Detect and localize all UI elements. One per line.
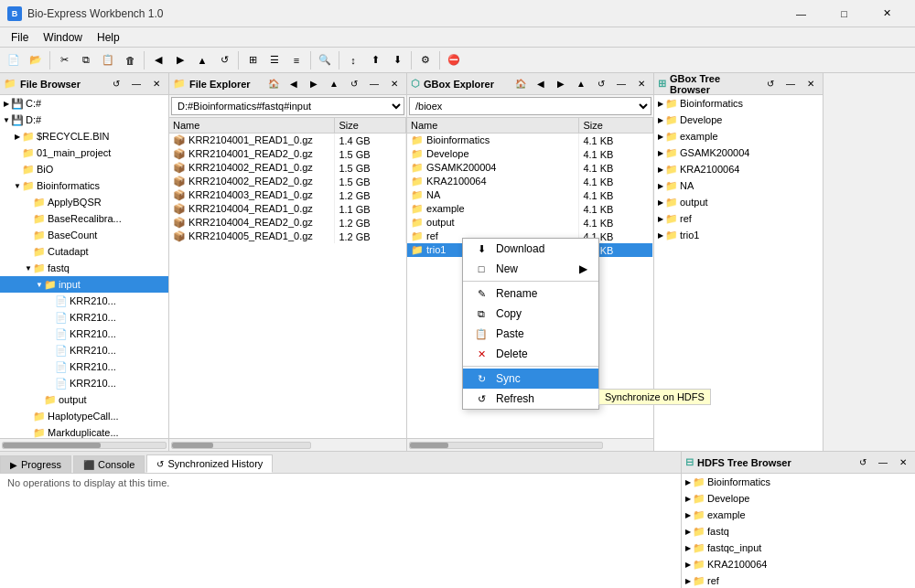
file-row[interactable]: 📦 KRR2104005_READ1_0.gz1.2 GB [169, 230, 406, 243]
hdfs-tree-item[interactable]: ▶📁Bioinformatics [682, 474, 915, 490]
tb-up[interactable]: ▲ [192, 50, 212, 70]
ctx-sync[interactable]: ↻ Sync [463, 369, 598, 389]
ctx-copy[interactable]: ⧉ Copy [463, 304, 598, 324]
tree-item-ApplyBQSR[interactable]: 📁ApplyBQSR [0, 194, 168, 210]
ge-address-select[interactable]: /bioex [409, 97, 651, 115]
gbox-tree-item[interactable]: ▶📁trio1 [654, 227, 823, 243]
tb-back[interactable]: ◀ [148, 50, 168, 70]
ge-forward[interactable]: ▶ [553, 76, 569, 92]
file-row[interactable]: 📦 KRR2104002_READ1_0.gz1.5 GB [169, 161, 406, 175]
gbox-row[interactable]: 📁 example4.1 KB [407, 202, 653, 216]
tb-paste[interactable]: 📋 [98, 50, 118, 70]
fe-col-size[interactable]: Size [335, 118, 406, 134]
fe-col-name[interactable]: Name [169, 118, 335, 134]
tb-upload[interactable]: ⬆ [365, 50, 385, 70]
ctx-refresh[interactable]: ↺ Refresh Synchronize on HDFS [463, 389, 598, 409]
file-browser-minimize[interactable]: — [128, 76, 145, 92]
tb-settings[interactable]: ⚙ [415, 50, 436, 70]
gbox-tree-item[interactable]: ▶📁NA [654, 177, 823, 194]
tree-item-output[interactable]: 📁output [0, 391, 168, 408]
maximize-button[interactable]: □ [824, 0, 865, 27]
tb-grid[interactable]: ⊞ [242, 50, 263, 70]
gt-minimize[interactable]: — [782, 76, 799, 92]
fe-refresh[interactable]: ↺ [346, 76, 362, 92]
gbox-row[interactable]: 📁 KRA21000644.1 KB [407, 175, 653, 188]
ht-refresh[interactable]: ↺ [855, 454, 871, 471]
ge-hscroll[interactable] [407, 438, 653, 451]
ge-close[interactable]: ✕ [633, 76, 650, 92]
tree-item-BaseCount[interactable]: 📁BaseCount [0, 227, 168, 243]
hdfs-tree-item[interactable]: ▶📁KRA2100064 [682, 556, 915, 572]
tree-item-KRR3[interactable]: 📄KRR210... [0, 326, 168, 342]
tab-console[interactable]: ⬛ Console [73, 455, 145, 473]
fe-close[interactable]: ✕ [386, 76, 403, 92]
close-button[interactable]: ✕ [867, 0, 908, 27]
file-row[interactable]: 📦 KRR2104002_READ2_0.gz1.5 GB [169, 175, 406, 188]
fe-home[interactable]: 🏠 [265, 76, 282, 92]
fe-address-select[interactable]: D:#Bioinformatics#fastq#input [171, 97, 404, 115]
fe-back[interactable]: ◀ [285, 76, 302, 92]
gbox-row[interactable]: 📁 Develope4.1 KB [407, 147, 653, 161]
ge-refresh[interactable]: ↺ [593, 76, 609, 92]
hdfs-tree-item[interactable]: ▶📁ref [682, 572, 915, 588]
file-row[interactable]: 📦 KRR2104004_READ1_0.gz1.1 GB [169, 202, 406, 216]
tree-item-KRR6[interactable]: 📄KRR210... [0, 375, 168, 391]
tb-refresh[interactable]: ↺ [214, 50, 234, 70]
tree-item-KRR1[interactable]: 📄KRR210... [0, 293, 168, 309]
gt-refresh[interactable]: ↺ [762, 76, 779, 92]
tree-item-BIO[interactable]: 📁BiO [0, 161, 168, 177]
minimize-button[interactable]: — [780, 0, 822, 27]
tb-sync[interactable]: ↕ [343, 50, 363, 70]
menu-help[interactable]: Help [90, 29, 127, 46]
ge-up[interactable]: ▲ [573, 76, 589, 92]
hdfs-tree-item[interactable]: ▶📁example [682, 507, 915, 523]
ctx-new[interactable]: □ New ▶ [463, 259, 598, 279]
fe-hscroll[interactable] [169, 438, 406, 451]
ge-back[interactable]: ◀ [533, 76, 549, 92]
tree-item-fastq[interactable]: ▼📁fastq [0, 260, 168, 276]
file-row[interactable]: 📦 KRR2104001_READ2_0.gz1.5 GB [169, 147, 406, 161]
tree-item-KRR2[interactable]: 📄KRR210... [0, 309, 168, 326]
file-browser-refresh[interactable]: ↺ [108, 76, 124, 92]
ge-col-size[interactable]: Size [579, 118, 653, 134]
gbox-row[interactable]: 📁 output4.1 KB [407, 216, 653, 230]
ht-minimize[interactable]: — [875, 454, 891, 471]
gbox-tree-item[interactable]: ▶📁GSAMK200004 [654, 144, 823, 161]
tab-sync-history[interactable]: ↺ Synchronized History [146, 454, 273, 473]
ctx-paste[interactable]: 📋 Paste [463, 324, 598, 344]
tree-item-RECYCLE[interactable]: ▶📁$RECYCLE.BIN [0, 128, 168, 144]
gt-close[interactable]: ✕ [802, 76, 819, 92]
ctx-rename[interactable]: ✎ Rename [463, 283, 598, 304]
ctx-download[interactable]: ⬇ Download [463, 239, 598, 259]
gbox-row[interactable]: 📁 GSAMK2000044.1 KB [407, 161, 653, 175]
tb-download[interactable]: ⬇ [387, 50, 407, 70]
tree-item-Bioinformatics[interactable]: ▼📁Bioinformatics [0, 177, 168, 194]
tree-item-D[interactable]: ▼💾D:# [0, 112, 168, 128]
tab-progress[interactable]: ▶ Progress [0, 455, 71, 473]
file-browser-close[interactable]: ✕ [148, 76, 165, 92]
tree-item-KRR5[interactable]: 📄KRR210... [0, 358, 168, 375]
tree-item-01main[interactable]: 📁01_main_project [0, 144, 168, 161]
ge-col-name[interactable]: Name [407, 118, 579, 134]
tb-new[interactable]: 📄 [4, 50, 24, 70]
menu-window[interactable]: Window [36, 29, 90, 46]
fe-minimize[interactable]: — [366, 76, 382, 92]
fe-up[interactable]: ▲ [326, 76, 342, 92]
gbox-tree-item[interactable]: ▶📁KRA2100064 [654, 161, 823, 177]
tb-stop[interactable]: ⛔ [444, 50, 464, 70]
tb-search[interactable]: 🔍 [315, 50, 335, 70]
gbox-row[interactable]: 📁 Bioinformatics4.1 KB [407, 134, 653, 148]
menu-file[interactable]: File [4, 29, 36, 46]
gbox-tree-item[interactable]: ▶📁Bioinformatics [654, 95, 823, 112]
hdfs-tree-item[interactable]: ▶📁fastqc_input [682, 540, 915, 556]
tb-delete[interactable]: 🗑 [120, 50, 140, 70]
tree-item-HaplotypeCalle[interactable]: 📁HaplotypeCall... [0, 408, 168, 424]
tb-cut[interactable]: ✂ [54, 50, 74, 70]
tree-item-Markduplicate[interactable]: 📁Markduplicate... [0, 424, 168, 438]
hdfs-tree-item[interactable]: ▶📁fastq [682, 523, 915, 540]
tb-forward[interactable]: ▶ [170, 50, 190, 70]
tb-list[interactable]: ☰ [264, 50, 285, 70]
tb-open[interactable]: 📂 [26, 50, 46, 70]
gbox-tree-item[interactable]: ▶📁Develope [654, 112, 823, 128]
gbox-tree-item[interactable]: ▶📁output [654, 194, 823, 210]
